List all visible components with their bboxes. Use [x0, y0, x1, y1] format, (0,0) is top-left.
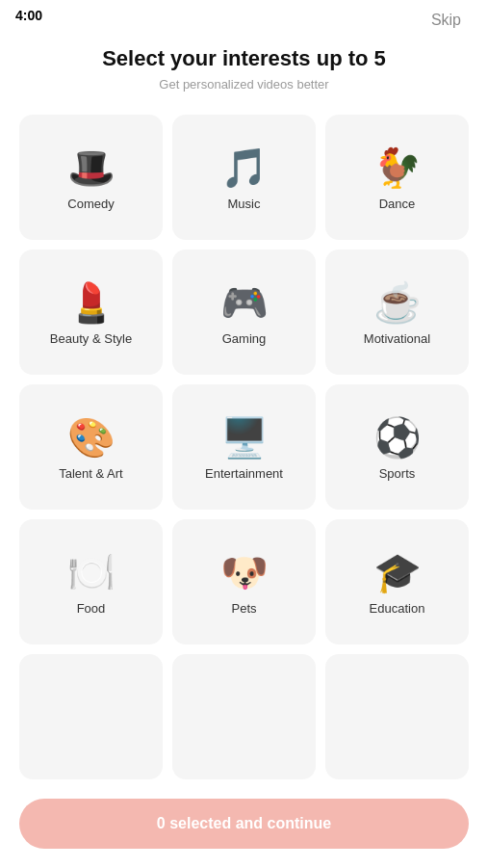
food-icon: 🍽️: [67, 553, 116, 592]
interest-item-row4-2[interactable]: [172, 654, 316, 779]
music-label: Music: [228, 197, 261, 211]
motivational-label: Motivational: [364, 331, 430, 346]
interest-item-food[interactable]: 🍽️Food: [19, 519, 163, 644]
page-subtitle: Get personalized videos better: [23, 77, 465, 92]
interest-item-pets[interactable]: 🐶Pets: [172, 519, 316, 644]
dance-icon: 🐓: [373, 148, 422, 187]
status-bar: 4:00: [0, 0, 488, 31]
interest-item-row4-3[interactable]: [325, 654, 469, 779]
talent-art-label: Talent & Art: [59, 466, 122, 481]
interest-item-motivational[interactable]: ☕Motivational: [325, 250, 469, 375]
interest-item-entertainment[interactable]: 🖥️Entertainment: [172, 384, 316, 510]
interest-item-talent-art[interactable]: 🎨Talent & Art: [19, 384, 163, 510]
comedy-icon: 🎩: [67, 148, 116, 187]
pets-icon: 🐶: [220, 553, 269, 592]
interest-item-beauty-style[interactable]: 💄Beauty & Style: [19, 250, 163, 375]
continue-button[interactable]: 0 selected and continue: [19, 799, 469, 849]
continue-label: 0 selected and continue: [157, 815, 331, 832]
interest-item-comedy[interactable]: 🎩Comedy: [19, 115, 163, 240]
sports-icon: ⚽: [373, 418, 422, 457]
talent-art-icon: 🎨: [67, 418, 116, 457]
gaming-icon: 🎮: [220, 283, 269, 322]
status-time: 4:00: [15, 8, 42, 23]
music-icon: 🎵: [220, 148, 269, 187]
beauty-style-icon: 💄: [67, 283, 116, 322]
motivational-icon: ☕: [373, 283, 422, 322]
interest-item-dance[interactable]: 🐓Dance: [325, 115, 469, 240]
interest-item-row4-1[interactable]: [19, 654, 163, 779]
education-label: Education: [370, 601, 425, 616]
entertainment-label: Entertainment: [205, 466, 283, 481]
interest-item-sports[interactable]: ⚽Sports: [325, 384, 469, 510]
interest-item-music[interactable]: 🎵Music: [172, 115, 316, 240]
skip-button[interactable]: Skip: [424, 8, 469, 33]
food-label: Food: [77, 601, 106, 616]
gaming-label: Gaming: [222, 331, 267, 346]
interests-grid: 🎩Comedy🎵Music🐓Dance💄Beauty & Style🎮Gamin…: [0, 99, 488, 780]
pets-label: Pets: [231, 601, 256, 616]
comedy-label: Comedy: [67, 197, 114, 211]
page-header: Select your interests up to 5 Get person…: [0, 31, 488, 99]
interest-item-gaming[interactable]: 🎮Gaming: [172, 250, 316, 375]
beauty-style-label: Beauty & Style: [50, 331, 132, 346]
dance-label: Dance: [379, 197, 416, 211]
sports-label: Sports: [379, 466, 416, 481]
interest-item-education[interactable]: 🎓Education: [325, 519, 469, 644]
page-title: Select your interests up to 5: [23, 46, 465, 71]
entertainment-icon: 🖥️: [220, 418, 269, 457]
education-icon: 🎓: [373, 553, 422, 592]
